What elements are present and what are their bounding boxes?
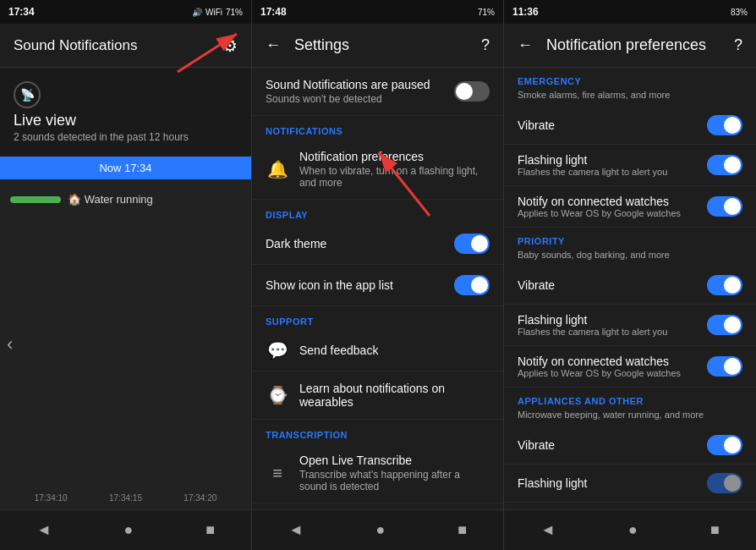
recent-button-3[interactable]: ■	[704, 514, 726, 546]
emergency-subtitle: Smoke alarms, fire alarms, and more	[504, 90, 756, 107]
watches-emergency-sub: Applies to Wear OS by Google watches	[518, 208, 681, 218]
priority-subtitle: Baby sounds, dog barking, and more	[504, 250, 756, 267]
dark-theme-toggle[interactable]	[454, 234, 490, 254]
pref-scroll-area: EMERGENCY Smoke alarms, fire alarms, and…	[504, 68, 756, 509]
notification-prefs-title: Notification preferences	[299, 150, 490, 163]
vibrate-appliances-toggle[interactable]	[707, 435, 742, 455]
back-button-3[interactable]: ◄	[534, 514, 562, 546]
pause-toggle-subtitle: Sounds won't be detected	[266, 93, 444, 105]
flash-priority-toggle[interactable]	[707, 315, 742, 335]
wearables-text: Learn about notifications on wearables	[299, 382, 490, 409]
vibrate-emergency-toggle[interactable]	[707, 115, 742, 135]
wearable-icon: ⌚	[266, 385, 289, 405]
dark-theme-title: Dark theme	[266, 237, 444, 250]
bell-icon: 🔔	[266, 159, 289, 179]
watches-emergency-toggle[interactable]	[707, 196, 742, 217]
notification-icon: 🔊	[192, 8, 202, 17]
watches-emergency-title: Notify on connected watches	[518, 195, 681, 208]
live-view-section: 📡 Live view 2 sounds detected in the pas…	[0, 68, 251, 157]
transcribe-text: Open Live Transcribe Transcribe what's h…	[299, 454, 490, 492]
sound-wave-icon: 📡	[20, 88, 35, 102]
notification-preferences-panel: 11:36 83% ← Notification preferences ? E…	[504, 0, 756, 550]
event-text: Water running	[85, 193, 153, 206]
flash-emergency-title: Flashing light	[518, 153, 667, 167]
vibrate-priority-text: Vibrate	[518, 278, 555, 292]
home-button-2[interactable]: ●	[370, 514, 392, 546]
gear-icon-1[interactable]: ⚙	[222, 36, 238, 56]
learn-wearables-item[interactable]: ⌚ Learn about notifications on wearables	[252, 371, 503, 420]
flash-emergency-text: Flashing light Flashes the camera light …	[518, 153, 667, 177]
app-title-1: Sound Notifications	[14, 37, 137, 54]
show-icon-item: Show icon in the app list	[252, 265, 503, 306]
flash-appliances-toggle[interactable]	[707, 473, 742, 493]
status-bar-2: 17:48 71%	[252, 0, 503, 24]
settings-header: ← Settings ?	[252, 24, 503, 68]
bottom-nav-1: ◄ ● ■	[0, 509, 251, 550]
transcribe-icon: ≡	[266, 464, 289, 483]
vibrate-priority-title: Vibrate	[518, 278, 555, 292]
home-button-3[interactable]: ●	[622, 514, 644, 546]
live-view-row: 📡	[14, 81, 238, 108]
water-event: 🏠 Water running	[10, 193, 241, 206]
watches-emergency-item: Notify on connected watches Applies to W…	[504, 186, 756, 228]
transcribe-title: Open Live Transcribe	[299, 454, 490, 467]
back-icon-2[interactable]: ←	[266, 36, 281, 54]
pause-toggle-switch[interactable]	[454, 81, 490, 102]
vibrate-emergency-title: Vibrate	[518, 118, 555, 132]
help-icon-3[interactable]: ?	[734, 36, 742, 54]
vibrate-priority-toggle[interactable]	[707, 275, 742, 295]
battery-icon-3: 83%	[731, 8, 748, 17]
back-button-1[interactable]: ◄	[30, 514, 58, 546]
emergency-label: EMERGENCY	[504, 68, 756, 90]
time-2: 17:48	[260, 6, 287, 18]
sound-badge: 📡	[14, 81, 41, 108]
recent-button-1[interactable]: ■	[199, 514, 222, 546]
dark-theme-item: Dark theme	[252, 223, 503, 265]
help-icon-2[interactable]: ?	[481, 36, 490, 54]
send-feedback-item[interactable]: 💬 Send feedback	[252, 330, 503, 371]
live-view-title: Live view	[14, 112, 238, 129]
watches-priority-text: Notify on connected watches Applies to W…	[518, 355, 681, 378]
section-transcription: TRANSCRIPTION	[252, 420, 503, 443]
transcribe-subtitle: Transcribe what's happening after a soun…	[299, 469, 490, 492]
battery-icon-1: 71%	[226, 8, 243, 17]
back-icon-3[interactable]: ←	[518, 36, 533, 54]
flash-appliances-item: Flashing light	[504, 465, 756, 503]
home-icon: 🏠	[68, 193, 81, 206]
pref-title: Notification preferences	[546, 36, 720, 54]
flash-priority-sub: Flashes the camera light to alert you	[518, 327, 667, 337]
show-icon-toggle[interactable]	[454, 275, 490, 295]
flash-emergency-item: Flashing light Flashes the camera light …	[504, 145, 756, 186]
appliances-label: APPLIANCES AND OTHER	[504, 388, 756, 410]
time-3: 11:36	[512, 6, 539, 18]
wifi-icon: WiFi	[205, 8, 222, 17]
vibrate-appliances-title: Vibrate	[518, 438, 555, 452]
wearables-title: Learn about notifications on wearables	[299, 382, 490, 409]
recent-button-2[interactable]: ■	[451, 514, 474, 546]
event-label: 🏠 Water running	[68, 193, 153, 206]
status-icons-2: 71%	[478, 8, 495, 17]
settings-title: Settings	[294, 36, 468, 54]
watches-emergency-text: Notify on connected watches Applies to W…	[518, 195, 681, 218]
pause-toggle-text: Sound Notifications are paused Sounds wo…	[266, 78, 444, 105]
live-view-subtitle: 2 sounds detected in the past 12 hours	[14, 131, 238, 143]
home-button-1[interactable]: ●	[118, 514, 140, 546]
notification-prefs-item[interactable]: 🔔 Notification preferences When to vibra…	[252, 140, 503, 200]
watches-priority-item: Notify on connected watches Applies to W…	[504, 346, 756, 388]
timeline-back-button[interactable]: ‹	[7, 333, 13, 355]
flash-appliances-title: Flashing light	[518, 476, 588, 490]
pause-toggle-title: Sound Notifications are paused	[266, 78, 444, 91]
back-button-2[interactable]: ◄	[282, 514, 310, 546]
flash-emergency-toggle[interactable]	[707, 155, 742, 175]
pause-toggle-item: Sound Notifications are paused Sounds wo…	[252, 68, 503, 116]
timeline-header: Now 17:34	[0, 157, 251, 179]
tick-2: 17:34:15	[109, 493, 142, 503]
live-transcribe-item[interactable]: ≡ Open Live Transcribe Transcribe what's…	[252, 443, 503, 503]
section-support: SUPPORT	[252, 306, 503, 330]
vibrate-priority-item: Vibrate	[504, 267, 756, 305]
watches-priority-toggle[interactable]	[707, 356, 742, 377]
bottom-nav-2: ◄ ● ■	[252, 509, 503, 550]
notification-prefs-subtitle: When to vibrate, turn on a flashing ligh…	[299, 165, 490, 189]
settings-panel: 17:48 71% ← Settings ? Sound Notificatio…	[252, 0, 504, 550]
status-bar-1: 17:34 🔊 WiFi 71%	[0, 0, 251, 24]
